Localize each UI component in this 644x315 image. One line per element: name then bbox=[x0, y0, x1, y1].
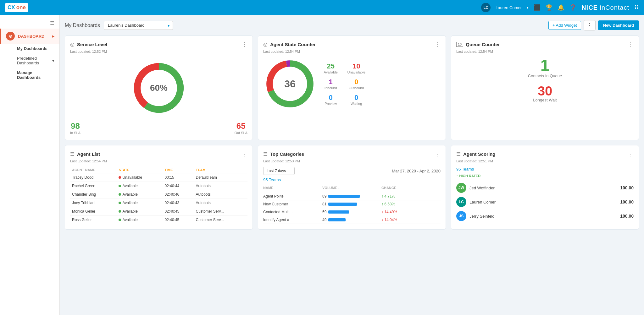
stat-available: 25 Available bbox=[322, 62, 340, 74]
sidebar-dashboard-label: DASHBOARD bbox=[18, 34, 45, 39]
trophy-icon[interactable]: 🏆 bbox=[546, 4, 552, 11]
help-icon[interactable]: ❓ bbox=[569, 4, 576, 11]
category-volume-cell: 81 bbox=[322, 202, 381, 206]
service-level-timestamp: Last updated: 12:52 PM bbox=[70, 50, 247, 53]
agent-state-menu[interactable]: ⋮ bbox=[435, 41, 441, 48]
agent-scoring-teams-link[interactable]: 95 Teams bbox=[456, 167, 634, 171]
queue-title: Queue Counter bbox=[466, 42, 500, 47]
service-level-percentage: 60% bbox=[150, 83, 168, 93]
agent-score-value: 100.00 bbox=[620, 185, 634, 190]
sidebar-item-my-dashboards[interactable]: My Dashboards bbox=[0, 44, 59, 53]
service-level-header: ◎ Service Level ⋮ bbox=[70, 41, 247, 48]
agent-team-cell: Customer Serv... bbox=[194, 207, 248, 216]
agent-state-icon: ◎ bbox=[263, 41, 268, 47]
scoring-row: JS Jerry Seinfeld 100.00 bbox=[456, 209, 634, 223]
logo-cx: CX bbox=[8, 4, 15, 11]
add-widget-button[interactable]: + Add Widget bbox=[548, 21, 581, 30]
scoring-row: JW Jed Woffinden 100.00 bbox=[456, 181, 634, 195]
queue-timestamp: Last updated: 12:54 PM bbox=[456, 50, 634, 53]
dashboard-select[interactable]: Lauren's Dashboard bbox=[104, 21, 173, 30]
service-level-body: 60% 98 In SLA 65 Out SLA bbox=[70, 57, 247, 135]
queue-counter-header: 10 Queue Counter ⋮ bbox=[456, 41, 634, 48]
agent-score-name: Jed Woffinden bbox=[469, 186, 617, 190]
state-dot-icon bbox=[119, 219, 121, 221]
apps-grid-icon[interactable]: ⠿ bbox=[634, 4, 639, 11]
agent-score-value: 100.00 bbox=[620, 214, 634, 219]
dashboard-header-left: My Dashboards Lauren's Dashboard ▾ bbox=[65, 21, 173, 30]
in-sla-value: 98 bbox=[70, 121, 80, 131]
monitor-icon[interactable]: ⬛ bbox=[534, 4, 541, 11]
queue-menu[interactable]: ⋮ bbox=[628, 41, 634, 48]
category-change: ↓ 14.49% bbox=[381, 210, 441, 214]
state-dot-icon bbox=[119, 193, 121, 196]
longest-wait-value: 30 bbox=[456, 84, 634, 98]
high-rated-label: ↑ HIGH RATED bbox=[456, 174, 634, 178]
top-categories-timestamp: Last updated: 12:53 PM bbox=[263, 159, 441, 163]
agent-team-cell: Autobots bbox=[194, 182, 248, 190]
dashboard-title: My Dashboards bbox=[65, 23, 100, 28]
agent-state-donut: 36 bbox=[263, 57, 317, 111]
state-text: Available bbox=[122, 192, 137, 197]
user-chevron-icon[interactable]: ▾ bbox=[527, 6, 529, 10]
agent-state-timestamp: Last updated: 12:54 PM bbox=[263, 50, 441, 53]
agent-list-header: ☰ Agent List ⋮ bbox=[70, 150, 247, 157]
preview-label: Preview bbox=[322, 102, 340, 106]
new-dashboard-button[interactable]: New Dashboard bbox=[598, 20, 639, 30]
stat-waiting: 0 Waiting bbox=[347, 94, 365, 106]
agent-time-cell: 02:40:44 bbox=[163, 182, 194, 190]
state-dot-icon bbox=[119, 176, 121, 179]
top-categories-menu[interactable]: ⋮ bbox=[435, 150, 441, 157]
agent-state-title: Agent State Counter bbox=[270, 42, 316, 47]
inbound-val: 1 bbox=[322, 78, 340, 86]
agent-list-row: Tracey Dodd Unavailable 00:15 DefaultTea… bbox=[70, 173, 247, 182]
main-content: My Dashboards Lauren's Dashboard ▾ + Add… bbox=[60, 15, 644, 315]
agent-scoring-menu[interactable]: ⋮ bbox=[628, 150, 634, 157]
more-options-button[interactable]: ⋮ bbox=[584, 20, 596, 30]
category-row: New Customer 81 ↑ 6.58% bbox=[263, 200, 441, 208]
agent-time-cell: 02:40:46 bbox=[163, 190, 194, 199]
sidebar-item-dashboard[interactable]: ⊙ DASHBOARD ▶ bbox=[0, 29, 59, 44]
available-label: Available bbox=[322, 70, 340, 74]
cats-rows: Agent Polite 89 ↑ 4.71% New Customer 81 … bbox=[263, 193, 441, 224]
state-dot-icon bbox=[119, 202, 121, 204]
bell-icon[interactable]: 🔔 bbox=[558, 4, 564, 11]
user-avatar[interactable]: LC bbox=[481, 3, 491, 12]
agent-list-menu[interactable]: ⋮ bbox=[242, 150, 247, 157]
queue-body: 1 Contacts In Queue 30 Longest Wait bbox=[456, 57, 634, 102]
contacts-in-queue-value: 1 bbox=[456, 57, 634, 73]
service-level-title: Service Level bbox=[77, 42, 107, 47]
agent-name-cell: Rachel Green bbox=[70, 182, 117, 190]
sidebar-item-predefined[interactable]: Predefined Dashboards ▾ bbox=[0, 53, 59, 68]
top-categories-filter-row: Last 7 days Mar 27, 2020 - Apr 2, 2020 bbox=[263, 167, 441, 175]
agent-list-timestamp: Last updated: 12:54 PM bbox=[70, 159, 247, 163]
category-volume-cell: 49 bbox=[322, 218, 381, 222]
volume-num: 89 bbox=[322, 194, 326, 198]
available-val: 25 bbox=[322, 62, 340, 70]
agent-time-cell: 02:40:45 bbox=[163, 216, 194, 224]
category-volume-cell: 89 bbox=[322, 194, 381, 198]
scoring-row: LC Lauren Comer 100.00 bbox=[456, 195, 634, 209]
agent-scoring-timestamp: Last updated: 12:51 PM bbox=[456, 159, 634, 163]
user-name[interactable]: Lauren Comer bbox=[496, 5, 522, 10]
sidebar-item-manage[interactable]: Manage Dashboards bbox=[0, 68, 59, 82]
service-level-footer: 98 In SLA 65 Out SLA bbox=[70, 121, 247, 135]
agent-state-total: 36 bbox=[284, 78, 296, 90]
agent-score-name: Jerry Seinfeld bbox=[469, 214, 617, 219]
state-text: Available bbox=[122, 184, 137, 188]
logo[interactable]: CXone bbox=[5, 3, 28, 12]
agent-scoring-widget: ☰ Agent Scoring ⋮ Last updated: 12:51 PM… bbox=[451, 145, 639, 230]
hamburger-menu[interactable]: ☰ bbox=[0, 18, 59, 29]
agent-list-row: Chandler Bing Available 02:40:46 Autobot… bbox=[70, 190, 247, 199]
volume-num: 49 bbox=[322, 218, 326, 222]
sidebar: ☰ ⊙ DASHBOARD ▶ My Dashboards Predefined… bbox=[0, 15, 60, 315]
service-level-menu[interactable]: ⋮ bbox=[242, 41, 247, 48]
agent-list-row: Rachel Green Available 02:40:44 Autobots bbox=[70, 182, 247, 190]
agent-team-cell: Autobots bbox=[194, 199, 248, 207]
agent-scoring-title: Agent Scoring bbox=[463, 151, 496, 157]
top-categories-teams-link[interactable]: 95 Teams bbox=[263, 177, 441, 182]
dashboard-arrow-icon: ▶ bbox=[52, 35, 54, 38]
volume-num: 59 bbox=[322, 210, 326, 214]
date-filter-select[interactable]: Last 7 days bbox=[263, 167, 295, 175]
state-dot-icon bbox=[119, 210, 121, 213]
agent-name-cell: Ross Geller bbox=[70, 216, 117, 224]
